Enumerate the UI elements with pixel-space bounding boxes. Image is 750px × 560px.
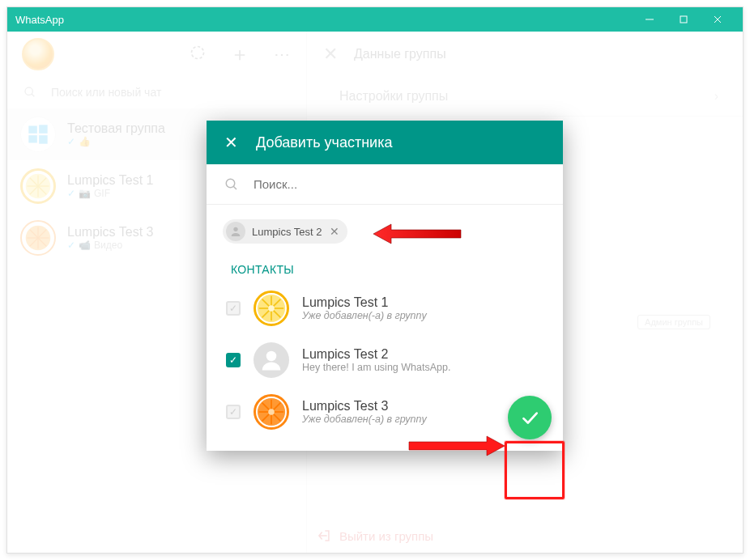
chat-subtitle: ✓ 📷 GIF — [67, 188, 153, 199]
annotation-arrow — [407, 434, 505, 458]
contact-desc: Уже добавлен(-а) в группу — [302, 310, 427, 321]
lemon-icon — [24, 172, 52, 200]
remove-chip-button[interactable]: ✕ — [330, 225, 339, 238]
chevron-right-icon: › — [714, 89, 718, 104]
selected-contact-chip: Lumpics Test 2 ✕ — [223, 219, 347, 244]
close-window-button[interactable] — [701, 7, 735, 32]
svg-rect-10 — [39, 135, 47, 144]
svg-rect-1 — [680, 16, 687, 23]
chat-title: Тестовая группа — [67, 121, 165, 136]
search-icon — [224, 177, 239, 192]
svg-rect-7 — [28, 126, 37, 134]
contact-checkbox[interactable]: ✓ — [226, 353, 241, 367]
chat-avatar — [20, 220, 56, 256]
chat-avatar — [20, 117, 56, 152]
contact-name: Lumpics Test 1 — [302, 295, 427, 310]
person-icon — [259, 348, 283, 372]
menu-icon[interactable]: ⋯ — [274, 45, 292, 64]
add-participant-modal: ✕ Добавить участника Lumpics Test 2 ✕ КО… — [207, 121, 563, 451]
contact-checkbox: ✓ — [226, 301, 241, 316]
contact-name: Lumpics Test 3 — [302, 399, 427, 414]
chat-title: Lumpics Test 1 — [67, 173, 153, 188]
modal-title: Добавить участника — [256, 134, 392, 151]
check-icon — [519, 407, 540, 428]
panel-header: ✕ Данные группы — [307, 32, 743, 76]
status-icon[interactable] — [190, 45, 206, 64]
contact-text: Lumpics Test 2 Hey there! I am using Wha… — [302, 347, 450, 373]
annotation-arrow — [373, 222, 462, 246]
svg-point-21 — [226, 179, 235, 188]
chat-body: Тестовая группа ✓👍 — [67, 121, 165, 147]
svg-line-6 — [32, 94, 34, 96]
contact-desc: Hey there! I am using WhatsApp. — [302, 362, 450, 373]
search-icon — [23, 86, 36, 99]
annotation-highlight-box — [505, 441, 565, 499]
chat-avatar — [20, 168, 56, 204]
contact-row[interactable]: ✓ Lumpics Test 2 Hey there! I am using W… — [207, 334, 563, 386]
modal-search-input[interactable] — [254, 177, 545, 191]
orange-icon — [256, 397, 287, 427]
svg-point-23 — [233, 227, 237, 231]
panel-title: Данные группы — [354, 47, 446, 62]
new-chat-icon[interactable]: ＋ — [230, 41, 249, 67]
user-avatar[interactable] — [22, 38, 54, 70]
chat-title: Lumpics Test 3 — [67, 225, 153, 240]
svg-point-36 — [268, 409, 275, 415]
windows-icon — [27, 123, 49, 146]
sidebar-topbar: ＋ ⋯ — [7, 32, 306, 76]
close-modal-button[interactable]: ✕ — [224, 133, 238, 152]
close-panel-icon[interactable]: ✕ — [323, 44, 338, 65]
sidebar-search-placeholder: Поиск или новый чат — [51, 86, 161, 99]
chat-body: Lumpics Test 1 ✓ 📷 GIF — [67, 173, 153, 199]
app-body: ＋ ⋯ Поиск или новый чат Тестовая группа … — [7, 32, 743, 553]
contact-text: Lumpics Test 1 Уже добавлен(-а) в группу — [302, 295, 427, 321]
svg-point-30 — [266, 351, 277, 362]
modal-search-row — [207, 164, 563, 205]
orange-icon — [24, 224, 52, 252]
exit-icon — [317, 528, 331, 543]
chat-subtitle: ✓👍 — [67, 136, 165, 147]
contact-checkbox: ✓ — [226, 405, 241, 419]
admin-badge: Админ группы — [637, 315, 710, 329]
exit-group-label: Выйти из группы — [339, 529, 433, 543]
exit-group-button[interactable]: Выйти из группы — [317, 528, 433, 543]
svg-marker-38 — [409, 436, 505, 456]
window-title: WhatsApp — [15, 14, 64, 26]
chat-body: Lumpics Test 3 ✓ 📹 Видео — [67, 225, 153, 251]
svg-rect-9 — [28, 135, 37, 142]
confirm-fab-button[interactable] — [508, 396, 552, 439]
contact-avatar — [254, 394, 289, 430]
svg-point-5 — [25, 87, 32, 95]
sidebar-search[interactable]: Поиск или новый чат — [7, 76, 306, 108]
svg-line-22 — [233, 186, 237, 189]
contact-row[interactable]: ✓ Lumpics Test 1 Уже добавлен(-а) в груп… — [207, 282, 563, 334]
chip-name: Lumpics Test 2 — [252, 226, 322, 238]
modal-header: ✕ Добавить участника — [207, 121, 563, 164]
contact-text: Lumpics Test 3 Уже добавлен(-а) в группу — [302, 399, 427, 425]
chip-avatar — [226, 222, 245, 241]
contact-name: Lumpics Test 2 — [302, 347, 450, 362]
contacts-section-label: КОНТАКТЫ — [207, 248, 563, 282]
lemon-icon — [256, 293, 287, 324]
svg-point-29 — [268, 305, 275, 312]
group-settings-label: Настройки группы — [339, 89, 448, 104]
minimize-button[interactable] — [633, 7, 667, 32]
title-bar: WhatsApp — [7, 7, 743, 32]
group-settings-row[interactable]: Настройки группы › — [307, 76, 743, 117]
app-window: WhatsApp ＋ ⋯ Поиск или новый чат — [6, 6, 744, 554]
svg-rect-8 — [39, 125, 47, 134]
svg-point-4 — [192, 46, 204, 58]
maximize-button[interactable] — [667, 7, 701, 32]
contact-desc: Уже добавлен(-а) в группу — [302, 414, 427, 425]
contact-avatar — [254, 342, 289, 378]
contact-avatar — [254, 291, 289, 326]
chat-subtitle: ✓ 📹 Видео — [67, 240, 153, 251]
svg-marker-37 — [373, 224, 461, 244]
